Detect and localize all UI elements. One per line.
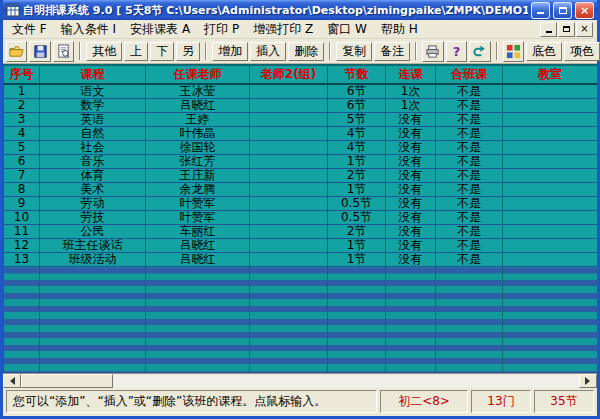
table-cell[interactable]: 没有 <box>386 225 436 239</box>
table-row[interactable]: 6音乐张红芳1节没有不是 <box>4 155 598 169</box>
table-cell[interactable] <box>250 169 328 183</box>
table-cell[interactable]: 张红芳 <box>146 155 250 169</box>
table-cell[interactable]: 2节 <box>328 225 386 239</box>
toolbar-button[interactable]: 备注 <box>374 42 410 61</box>
print-icon[interactable] <box>422 41 443 62</box>
table-cell[interactable]: 公民 <box>40 225 146 239</box>
table-cell[interactable]: 英语 <box>40 113 146 127</box>
table-cell[interactable] <box>250 113 328 127</box>
table-cell[interactable]: 1次 <box>386 84 436 99</box>
table-cell[interactable]: 没有 <box>386 141 436 155</box>
table-cell[interactable]: 不是 <box>436 211 503 225</box>
table-cell[interactable]: 车丽红 <box>146 225 250 239</box>
table-cell[interactable]: 不是 <box>436 253 503 267</box>
table-cell[interactable]: 王婷 <box>146 113 250 127</box>
table-row[interactable]: 13班级活动吕晓红1节没有不是 <box>4 253 598 267</box>
table-cell[interactable]: 不是 <box>436 197 503 211</box>
print-preview-icon[interactable] <box>53 41 74 62</box>
table-cell[interactable]: 余龙腾 <box>146 183 250 197</box>
table-cell[interactable] <box>250 239 328 253</box>
menu-item[interactable]: 安排课表 A <box>123 21 197 38</box>
table-cell[interactable] <box>250 155 328 169</box>
table-cell[interactable]: 叶赞军 <box>146 211 250 225</box>
table-cell[interactable] <box>503 155 598 169</box>
table-cell[interactable] <box>503 169 598 183</box>
table-cell[interactable]: 2 <box>4 99 40 113</box>
table-cell[interactable]: 叶赞军 <box>146 197 250 211</box>
table-cell[interactable]: 4节 <box>328 127 386 141</box>
table-cell[interactable] <box>503 141 598 155</box>
table-cell[interactable]: 4 <box>4 127 40 141</box>
table-cell[interactable] <box>503 99 598 113</box>
table-cell[interactable]: 没有 <box>386 197 436 211</box>
table-row[interactable]: 7体育王庄新2节没有不是 <box>4 169 598 183</box>
table-cell[interactable]: 班主任谈话 <box>40 239 146 253</box>
table-cell[interactable]: 劳动 <box>40 197 146 211</box>
table-cell[interactable]: 没有 <box>386 239 436 253</box>
table-cell[interactable] <box>503 183 598 197</box>
table-cell[interactable]: 吕晓红 <box>146 253 250 267</box>
close-button[interactable]: × <box>575 2 594 19</box>
table-cell[interactable]: 吕晓红 <box>146 239 250 253</box>
table-cell[interactable]: 不是 <box>436 113 503 127</box>
table-cell[interactable]: 6节 <box>328 99 386 113</box>
table-cell[interactable]: 叶伟晶 <box>146 127 250 141</box>
table-cell[interactable]: 5 <box>4 141 40 155</box>
table-cell[interactable]: 9 <box>4 197 40 211</box>
horizontal-scrollbar[interactable] <box>3 373 597 388</box>
table-cell[interactable]: 没有 <box>386 169 436 183</box>
scroll-track[interactable] <box>113 374 579 388</box>
table-cell[interactable]: 没有 <box>386 183 436 197</box>
table-cell[interactable] <box>503 127 598 141</box>
table-cell[interactable]: 不是 <box>436 127 503 141</box>
help-icon[interactable]: ? <box>446 41 467 62</box>
table-cell[interactable] <box>250 211 328 225</box>
table-cell[interactable]: 徐国轮 <box>146 141 250 155</box>
table-cell[interactable] <box>503 211 598 225</box>
table-cell[interactable]: 1节 <box>328 183 386 197</box>
table-cell[interactable]: 不是 <box>436 225 503 239</box>
table-cell[interactable]: 11 <box>4 225 40 239</box>
table-row[interactable]: 2数学吕晓红6节1次不是 <box>4 99 598 113</box>
table-row[interactable]: 9劳动叶赞军0.5节没有不是 <box>4 197 598 211</box>
table-cell[interactable]: 没有 <box>386 127 436 141</box>
table-cell[interactable]: 王庄新 <box>146 169 250 183</box>
table-row[interactable]: 4自然叶伟晶4节没有不是 <box>4 127 598 141</box>
menu-item[interactable]: 文件 F <box>5 21 54 38</box>
toolbar-button[interactable]: 项色 <box>564 42 600 61</box>
menu-item[interactable]: 输入条件 I <box>54 21 123 38</box>
table-row[interactable]: 10劳技叶赞军0.5节没有不是 <box>4 211 598 225</box>
table-cell[interactable]: 自然 <box>40 127 146 141</box>
table-cell[interactable]: 不是 <box>436 155 503 169</box>
table-row[interactable]: 1语文王冰莹6节1次不是 <box>4 84 598 99</box>
toolbar-button[interactable]: 下 <box>150 42 174 61</box>
table-cell[interactable] <box>503 239 598 253</box>
table-row[interactable]: 3英语王婷5节没有不是 <box>4 113 598 127</box>
table-cell[interactable]: 6 <box>4 155 40 169</box>
table-cell[interactable]: 数学 <box>40 99 146 113</box>
palette-icon[interactable] <box>503 41 524 62</box>
table-row[interactable]: 12班主任谈话吕晓红1节没有不是 <box>4 239 598 253</box>
table-cell[interactable]: 劳技 <box>40 211 146 225</box>
table-cell[interactable]: 不是 <box>436 99 503 113</box>
table-cell[interactable]: 13 <box>4 253 40 267</box>
table-cell[interactable]: 5节 <box>328 113 386 127</box>
undo-icon[interactable] <box>469 41 490 62</box>
toolbar-button[interactable]: 插入 <box>250 42 286 61</box>
table-cell[interactable]: 没有 <box>386 155 436 169</box>
table-cell[interactable]: 10 <box>4 211 40 225</box>
table-cell[interactable]: 3 <box>4 113 40 127</box>
toolbar-button[interactable]: 上 <box>124 42 148 61</box>
scroll-thumb[interactable] <box>21 374 113 388</box>
table-cell[interactable]: 语文 <box>40 84 146 99</box>
table-cell[interactable]: 不是 <box>436 183 503 197</box>
table-cell[interactable] <box>250 253 328 267</box>
table-cell[interactable]: 不是 <box>436 84 503 99</box>
table-cell[interactable] <box>503 113 598 127</box>
table-row[interactable]: 11公民车丽红2节没有不是 <box>4 225 598 239</box>
table-cell[interactable]: 0.5节 <box>328 211 386 225</box>
table-cell[interactable]: 王冰莹 <box>146 84 250 99</box>
table-cell[interactable]: 1节 <box>328 239 386 253</box>
table-cell[interactable] <box>503 253 598 267</box>
table-cell[interactable]: 没有 <box>386 113 436 127</box>
